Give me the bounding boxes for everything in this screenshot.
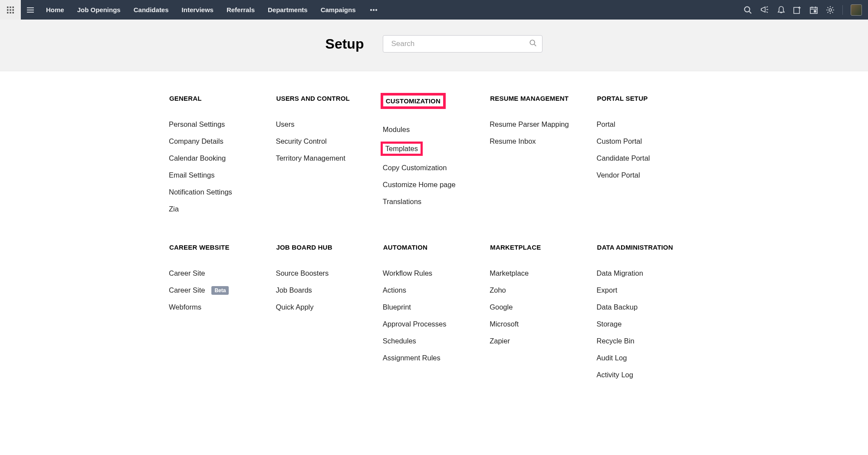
setup-link[interactable]: Career Site [167,268,207,278]
setup-item: Security Control [273,133,380,150]
setup-link[interactable]: Security Control [273,136,329,146]
setup-item: Source Boosters [273,265,380,282]
setup-link[interactable]: Modules [381,125,412,135]
setup-link[interactable]: Webforms [167,302,204,312]
setup-link[interactable]: Workflow Rules [381,268,434,278]
announce-button[interactable] [760,6,769,14]
nav-candidates[interactable]: Candidates [134,6,169,13]
setup-item: Email Settings [167,167,273,184]
setup-link[interactable]: Export [595,285,620,295]
setup-link[interactable]: Approval Processes [381,319,449,329]
setup-link[interactable]: Schedules [381,336,418,346]
setup-link[interactable]: Marketplace [487,268,531,278]
divider [842,5,843,15]
setup-link[interactable]: Vendor Portal [595,170,642,180]
setup-section: JOB BOARD HUBSource BoostersJob BoardsQu… [273,242,380,383]
setup-link[interactable]: Email Settings [167,170,217,180]
nav-home[interactable]: Home [46,6,64,13]
setup-link[interactable]: Templates [381,142,423,156]
setup-item: Users [273,116,380,133]
setup-link[interactable]: Activity Log [595,370,635,380]
setup-link[interactable]: Actions [381,285,408,295]
add-button[interactable] [793,6,802,14]
setup-link[interactable]: Custom Portal [595,136,644,146]
setup-section: MARKETPLACEMarketplaceZohoGoogleMicrosof… [487,242,594,383]
setup-link[interactable]: Data Backup [595,302,640,312]
app-switcher-button[interactable] [0,0,21,20]
svg-point-29 [530,40,535,45]
setup-item: Job Boards [273,282,380,299]
settings-button[interactable] [826,6,835,14]
calendar-icon [809,6,818,14]
setup-link[interactable]: Audit Log [595,353,629,363]
setup-link[interactable]: Recycle Bin [595,336,637,346]
nav-more-button[interactable] [369,7,378,13]
setup-link[interactable]: Territory Management [273,153,347,163]
section-heading: CUSTOMIZATION [381,93,446,109]
setup-link[interactable]: Zoho [487,285,508,295]
setup-link[interactable]: Users [273,119,296,129]
svg-rect-27 [814,10,816,12]
nav-interviews[interactable]: Interviews [182,6,214,13]
setup-item: Modules [381,121,487,138]
setup-item: Territory Management [273,150,380,167]
setup-link[interactable]: Company Details [167,136,226,146]
setup-item: Resume Parser Mapping [487,116,594,133]
search-button[interactable] [743,6,752,14]
setup-link[interactable]: Resume Parser Mapping [487,119,571,129]
setup-item: Custom Portal [595,133,701,150]
topbar: Home Job Openings Candidates Interviews … [0,0,868,20]
setup-item: Personal Settings [167,116,273,133]
setup-link[interactable]: Career Site [167,285,207,295]
setup-link[interactable]: Candidate Portal [595,153,652,163]
nav-campaigns[interactable]: Campaigns [321,6,356,13]
setup-link[interactable]: Microsoft [487,319,521,329]
setup-link[interactable]: Quick Apply [273,302,316,312]
svg-rect-4 [10,9,11,11]
svg-point-14 [375,9,377,10]
setup-link[interactable]: Blueprint [381,302,413,312]
nav-departments[interactable]: Departments [268,6,308,13]
svg-rect-0 [7,7,9,8]
bell-icon [777,6,785,14]
setup-search[interactable] [383,35,542,53]
search-input[interactable] [391,40,529,48]
calendar-button[interactable] [809,6,818,14]
setup-link[interactable]: Notification Settings [167,187,234,197]
setup-link[interactable]: Google [487,302,515,312]
setup-link[interactable]: Job Boards [273,285,314,295]
svg-rect-1 [10,7,11,8]
svg-rect-3 [7,9,9,11]
setup-item: Customize Home page [381,176,487,193]
nav-referrals[interactable]: Referrals [227,6,255,13]
setup-link[interactable]: Zia [167,204,181,214]
setup-link[interactable]: Data Migration [595,268,645,278]
beta-badge: Beta [211,286,229,295]
setup-link[interactable]: Resume Inbox [487,136,538,146]
setup-link[interactable]: Assignment Rules [381,353,443,363]
svg-point-28 [829,9,832,11]
setup-link[interactable]: Customize Home page [381,180,458,190]
setup-item: Schedules [381,333,487,349]
setup-link[interactable]: Portal [595,119,618,129]
section-heading: PORTAL SETUP [595,93,651,104]
setup-link[interactable]: Source Boosters [273,268,331,278]
notifications-button[interactable] [777,6,785,14]
section-list: ModulesTemplatesCopy CustomizationCustom… [381,121,487,210]
setup-link[interactable]: Personal Settings [167,119,227,129]
setup-item: Data Migration [595,265,701,282]
setup-link[interactable]: Calendar Booking [167,153,228,163]
nav-job-openings[interactable]: Job Openings [77,6,121,13]
hamburger-icon [27,7,34,13]
menu-toggle-button[interactable] [21,0,40,20]
section-list: Career SiteCareer SiteBetaWebforms [167,265,273,316]
setup-item: Google [487,299,594,316]
setup-link[interactable]: Translations [381,197,424,207]
section-list: MarketplaceZohoGoogleMicrosoftZapier [487,265,594,349]
user-avatar[interactable] [851,4,862,16]
setup-item: Resume Inbox [487,133,594,150]
setup-item: Candidate Portal [595,150,701,167]
setup-link[interactable]: Storage [595,319,624,329]
setup-link[interactable]: Zapier [487,336,512,346]
setup-link[interactable]: Copy Customization [381,163,449,173]
